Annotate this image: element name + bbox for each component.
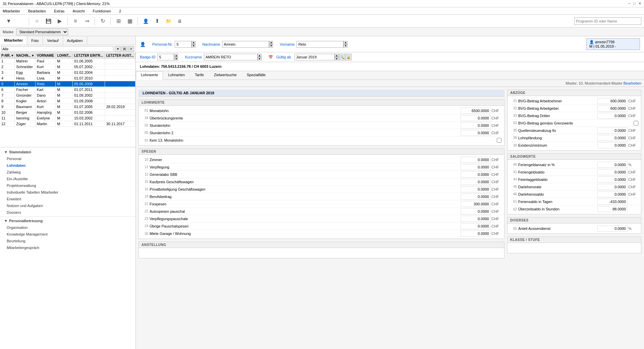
employee-table-container[interactable]: P-NR. ▾ NACHN... ▾ VORNAME LOHNT... LETZ…	[0, 53, 136, 147]
send-btn[interactable]: ⇒	[82, 16, 92, 26]
row-value[interactable]: 0.0000	[461, 157, 491, 163]
row-value[interactable]: 0.0000	[597, 128, 628, 134]
nav-item-personal[interactable]: Personal	[0, 155, 136, 162]
nav-item-individuelle-tabellen[interactable]: Individuelle Tabellen Mitarbeiter	[0, 189, 136, 196]
table-row[interactable]: 8 Kogler Anton M 01.09.2008	[0, 98, 136, 104]
row-value[interactable]: 0.0000	[461, 164, 491, 170]
col-aust[interactable]: LETZTER AUST...	[105, 53, 135, 58]
col-eintr[interactable]: LETZTER EINTR...	[73, 53, 105, 58]
row-value[interactable]: 0.0000	[461, 186, 491, 192]
tab-aufgaben[interactable]: Aufgaben	[63, 36, 87, 45]
row-value[interactable]: 0.0000	[597, 135, 628, 141]
row-value[interactable]: 0.0000	[597, 191, 628, 197]
row-value[interactable]: 6500.0000	[461, 108, 491, 114]
nav-btn[interactable]: ⊞	[113, 16, 123, 26]
vorname-label[interactable]: Vorname	[280, 42, 294, 46]
dropdown-btn[interactable]: ▼	[3, 16, 15, 26]
row-value[interactable]: 600.0000	[597, 105, 628, 111]
bearbeiten-link[interactable]: Bearbeiten	[624, 81, 641, 85]
tab-mitarbeiter[interactable]: Mitarbeiter	[0, 36, 27, 45]
maximize-btn[interactable]: □	[633, 1, 636, 6]
badge-spin-up[interactable]: ▲	[174, 54, 178, 57]
nachname-label[interactable]: Nachname	[202, 42, 220, 46]
tab-lohnwerte[interactable]: Lohnwerte	[136, 71, 163, 80]
menu-bearbeiten[interactable]: Bearbeiten	[27, 8, 47, 14]
col-lohn[interactable]: LOHNT...	[56, 53, 73, 58]
nachname-spin-up[interactable]: ▲	[269, 41, 273, 44]
filter-input[interactable]	[1, 46, 113, 52]
menu-mitarbeiter[interactable]: Mitarbeiter	[1, 8, 21, 14]
table-row[interactable]: 6 Fischer Karl M 01.07.2011	[0, 87, 136, 93]
row-value[interactable]: 0.0000	[597, 226, 628, 232]
row-value[interactable]: 0.0000	[461, 208, 491, 214]
row-value[interactable]: 0.0000	[461, 231, 491, 237]
spin-up[interactable]: ▲	[192, 41, 196, 44]
row-value[interactable]: 0.0000	[461, 194, 491, 200]
filter-icon-btn[interactable]: ▾	[115, 46, 121, 52]
titlebar-controls[interactable]: ─ □ ✕	[628, 1, 641, 6]
table-row[interactable]: 4 Hess Livia M 01.07.2010	[0, 76, 136, 81]
table-row[interactable]: 3 Egg Barbara M 01.02.2004	[0, 70, 136, 76]
tab-zielwertsuche[interactable]: Zielwertsuche	[209, 71, 242, 80]
nav-item-erweitert[interactable]: Erweitert	[0, 196, 136, 202]
row-value[interactable]: 0.0000	[597, 169, 628, 175]
save-btn[interactable]: 💾	[43, 16, 53, 26]
programm-input[interactable]	[574, 17, 641, 25]
row-value[interactable]: 0.0000	[461, 115, 491, 121]
kurzname-spin-up[interactable]: ▲	[258, 54, 262, 57]
folder-btn[interactable]: 📁	[163, 16, 173, 26]
check-btn[interactable]: ○	[32, 16, 42, 26]
nachname-spin-down[interactable]: ▼	[269, 44, 273, 48]
mask-select[interactable]: Standard Personalstamm	[16, 29, 68, 35]
kurzname-label[interactable]: Kurzname	[185, 55, 202, 59]
row-value[interactable]: 600.0000	[597, 98, 628, 104]
nav-item-organisation[interactable]: Organisation	[0, 224, 136, 231]
row-value[interactable]: 0.0000	[597, 177, 628, 183]
minimize-btn[interactable]: ─	[628, 1, 631, 6]
gueltig-ab-input[interactable]	[294, 54, 335, 60]
row-value[interactable]: 88.0000	[597, 206, 628, 212]
row-value[interactable]: 0.0000	[461, 179, 491, 185]
nav-item-notizen[interactable]: Notizen und Aufgaben	[0, 202, 136, 209]
row-value[interactable]: 0.0000	[597, 113, 628, 119]
nav-item-knowledge[interactable]: Knowledge Management	[0, 231, 136, 238]
row-checkbox[interactable]	[634, 121, 638, 126]
lock-btn[interactable]: 🔒	[345, 54, 352, 60]
spin-down[interactable]: ▼	[192, 44, 196, 48]
search-btn[interactable]: 🔍	[339, 54, 345, 60]
menu-ansicht[interactable]: Ansicht	[71, 8, 86, 14]
menu-extras[interactable]: Extras	[53, 8, 66, 14]
row-value[interactable]: 0.0000	[597, 162, 628, 168]
row-value[interactable]: 0.0000	[461, 216, 491, 222]
vorname-spin-down[interactable]: ▼	[343, 44, 347, 48]
nav-item-dossiers[interactable]: Dossiers	[0, 209, 136, 216]
table-row[interactable]: 10 Berger Hansjörg M 01.02.2006	[0, 110, 136, 115]
badge-spin-down[interactable]: ▼	[174, 57, 178, 60]
menu-2[interactable]: 2	[118, 8, 122, 14]
upload-btn[interactable]: ⬆	[152, 16, 162, 26]
tab-spezialfaelle[interactable]: Spezialfälle	[242, 71, 271, 80]
vorname-spin-up[interactable]: ▲	[343, 41, 347, 44]
nav-item-einaustritte[interactable]: Ein-/Austritte	[0, 176, 136, 182]
badge-id-label[interactable]: Badge-ID	[140, 55, 155, 59]
badge-id-input[interactable]	[157, 54, 174, 60]
row-checkbox[interactable]	[497, 138, 501, 143]
list-view-btn[interactable]: ≡	[128, 46, 134, 52]
nachname-input[interactable]	[222, 41, 269, 48]
table-row[interactable]: 2 Schneider Kurt M 05.07.2002	[0, 64, 136, 70]
nav-item-zahlweg[interactable]: Zahlweg	[0, 169, 136, 176]
table-row[interactable]: 12 Züger Martin M 01.11.2011 30.11.2017	[0, 121, 136, 127]
barcode-btn[interactable]: ▦	[125, 16, 135, 26]
menu-funktionen[interactable]: Funktionen	[91, 8, 112, 14]
nav-section-personalbetreuung[interactable]: ▼ Personalbetreuung	[0, 217, 136, 224]
monitor-btn[interactable]: 🖥	[175, 16, 185, 26]
row-value[interactable]: 0.0000	[597, 184, 628, 190]
table-row[interactable]: 11 Isenring Evelyne M 15.03.2002	[0, 115, 136, 121]
close-btn[interactable]: ✕	[638, 1, 641, 6]
gueltig-spin-down[interactable]: ▼	[335, 57, 339, 60]
col-vorname[interactable]: VORNAME	[35, 53, 55, 58]
grid-view-btn[interactable]: ⊞	[121, 46, 127, 52]
kurzname-input[interactable]	[204, 54, 258, 60]
nav-item-lohndaten[interactable]: Lohndaten	[0, 162, 136, 169]
row-value[interactable]: 0.0000	[461, 122, 491, 129]
